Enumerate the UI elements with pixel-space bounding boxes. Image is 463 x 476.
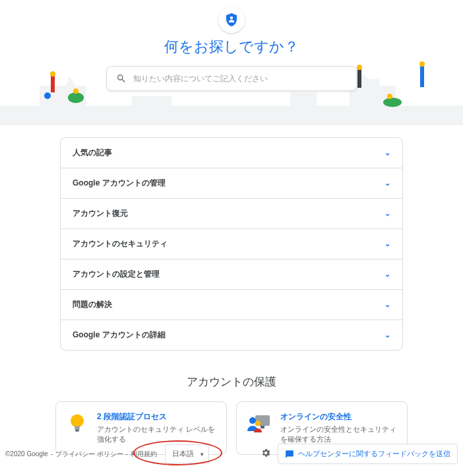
svg-rect-5: [357, 69, 361, 88]
accordion-item-settings[interactable]: アカウントの設定と管理⌄: [61, 259, 402, 290]
accordion-label: アカウントのセキュリティ: [73, 238, 168, 250]
protect-heading: アカウントの保護: [0, 374, 463, 390]
accordion-item-details[interactable]: Google アカウントの詳細⌄: [61, 320, 402, 350]
svg-rect-14: [75, 430, 78, 432]
svg-point-18: [255, 421, 261, 426]
accordion: 人気の記事⌄ Google アカウントの管理⌄ アカウント復元⌄ アカウントのセ…: [60, 137, 403, 351]
svg-point-7: [383, 98, 402, 107]
language-value: 日本語: [172, 450, 194, 458]
svg-rect-13: [75, 426, 79, 430]
feedback-icon: [285, 450, 294, 459]
terms-link[interactable]: 利用規約: [131, 450, 157, 459]
accordion-item-security[interactable]: アカウントのセキュリティ⌄: [61, 229, 402, 259]
svg-rect-9: [420, 66, 424, 87]
hero-title: 何をお探しですか？: [0, 37, 463, 57]
accordion-item-manage[interactable]: Google アカウントの管理⌄: [61, 168, 402, 199]
feedback-button[interactable]: ヘルプセンターに関するフィードバックを送信: [278, 444, 458, 464]
accordion-item-recovery[interactable]: アカウント復元⌄: [61, 199, 402, 229]
svg-point-4: [73, 88, 78, 94]
accordion-label: アカウントの設定と管理: [73, 269, 160, 280]
gear-icon[interactable]: [261, 448, 271, 460]
chevron-down-icon: ⌄: [385, 209, 390, 218]
accordion-label: Google アカウントの詳細: [73, 329, 166, 341]
search-input[interactable]: [133, 74, 347, 83]
chevron-down-icon: ⌄: [385, 331, 390, 339]
svg-point-12: [71, 415, 84, 428]
people-monitor-icon: [246, 411, 272, 435]
accordion-label: 問題の解決: [73, 299, 112, 310]
lightbulb-icon: [65, 411, 89, 435]
search-icon: [116, 73, 127, 84]
svg-point-1: [50, 71, 55, 77]
chevron-down-icon: ⌄: [385, 149, 390, 157]
svg-point-2: [44, 92, 51, 99]
accordion-label: Google アカウントの管理: [73, 178, 166, 189]
card-title: 2 段階認証プロセス: [97, 411, 217, 423]
accordion-item-troubleshoot[interactable]: 問題の解決⌄: [61, 290, 402, 320]
svg-rect-0: [51, 76, 55, 92]
shield-icon: [218, 7, 245, 33]
copyright: ©2020 Google: [5, 450, 48, 458]
chevron-down-icon: ⌄: [385, 240, 390, 248]
chevron-down-icon: ⌄: [385, 179, 390, 187]
search-box[interactable]: [106, 66, 357, 91]
svg-point-11: [230, 17, 233, 19]
accordion-item-popular[interactable]: 人気の記事⌄: [61, 138, 402, 168]
svg-rect-16: [261, 426, 264, 428]
language-selector[interactable]: 日本語 ▼: [165, 444, 209, 463]
svg-point-10: [419, 61, 425, 67]
card-desc: オンラインの安全性とセキュリティを確保する方法: [280, 425, 398, 445]
feedback-label: ヘルプセンターに関するフィードバックを送信: [298, 449, 450, 459]
svg-point-6: [357, 65, 362, 70]
privacy-link[interactable]: プライバシー ポリシー: [55, 450, 123, 459]
svg-point-17: [249, 417, 256, 424]
svg-point-8: [387, 94, 392, 99]
card-title: オンラインの安全性: [280, 411, 398, 423]
chevron-down-icon: ⌄: [385, 270, 390, 279]
svg-point-3: [68, 92, 84, 103]
accordion-label: 人気の記事: [73, 147, 112, 158]
chevron-down-icon: ⌄: [385, 300, 390, 309]
card-desc: アカウントのセキュリティ レベルを強化する: [97, 425, 217, 445]
accordion-label: アカウント復元: [73, 208, 128, 219]
caret-down-icon: ▼: [199, 451, 204, 457]
footer: ©2020 Google - プライバシー ポリシー - 利用規約 日本語 ▼ …: [0, 444, 463, 464]
